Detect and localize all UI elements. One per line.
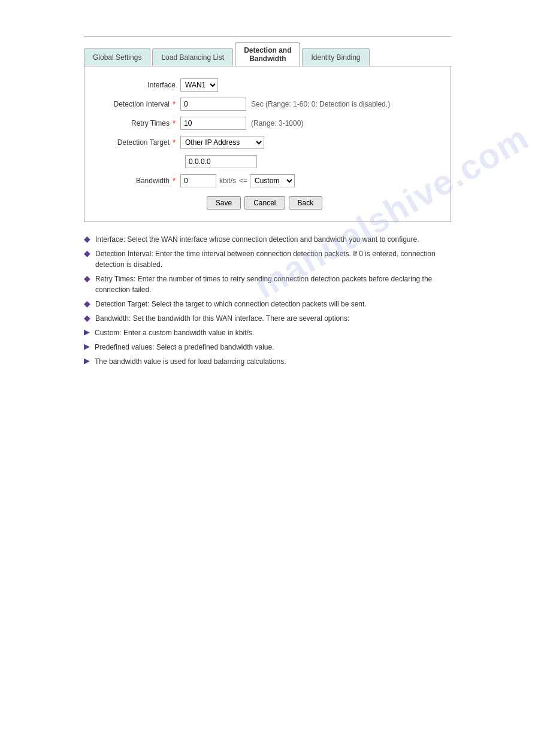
bullet-item: ▶Custom: Enter a custom bandwidth value … (84, 327, 451, 338)
retry-times-input[interactable] (180, 117, 246, 130)
required-star-bandwidth: * (173, 177, 176, 185)
bullet-text: Retry Times: Enter the number of times t… (95, 274, 451, 295)
top-divider (84, 36, 451, 37)
bullet-item: ◆Detection Target: Select the target to … (84, 299, 451, 309)
bullet-item: ◆Retry Times: Enter the number of times … (84, 274, 451, 295)
bullet-text: The bandwidth value is used for load bal… (95, 356, 451, 367)
required-star-retry: * (173, 119, 176, 127)
diamond-bullet-icon: ◆ (84, 274, 90, 283)
bullet-item: ▶Predefined values: Select a predefined … (84, 342, 451, 353)
bullet-section: ◆Interface: Select the WAN interface who… (84, 234, 451, 367)
diamond-bullet-icon: ◆ (84, 248, 90, 258)
bullet-text: Detection Interval: Enter the time inter… (95, 248, 451, 270)
bandwidth-row: Bandwidth * kbit/s <= Custom 1M 2M 5M 10… (96, 174, 433, 187)
diamond-bullet-icon: ◆ (84, 299, 90, 308)
retry-times-label: Retry Times * (96, 119, 180, 127)
bandwidth-custom-select[interactable]: Custom 1M 2M 5M 10M 100M (250, 174, 295, 187)
kbits-label: kbit/s (219, 177, 236, 185)
ip-address-row (96, 155, 433, 168)
bullet-text: Predefined values: Select a predefined b… (95, 342, 451, 353)
tab-detection-bandwidth[interactable]: Detection and Bandwidth (235, 42, 300, 66)
required-star-detection: * (173, 100, 176, 108)
detection-interval-label: Detection Interval * (96, 100, 180, 108)
detection-interval-hint: Sec (Range: 1-60; 0: Detection is disabl… (251, 100, 390, 108)
button-row: Save Cancel Back (96, 196, 433, 210)
detection-target-select[interactable]: Other IP Address Gateway DNS Server (180, 136, 264, 149)
tab-identity-binding[interactable]: Identity Binding (302, 48, 369, 66)
tab-global-settings[interactable]: Global Settings (84, 48, 150, 66)
diamond-bullet-icon: ◆ (84, 313, 90, 323)
bandwidth-label: Bandwidth * (96, 177, 180, 185)
detection-target-label: Detection Target * (96, 138, 180, 147)
cancel-button[interactable]: Cancel (244, 196, 285, 210)
form-container: Interface WAN1 WAN2 Detection Interval *… (84, 66, 451, 222)
detection-interval-input[interactable] (180, 98, 246, 111)
detection-interval-row: Detection Interval * Sec (Range: 1-60; 0… (96, 98, 433, 111)
bullet-item: ◆Interface: Select the WAN interface who… (84, 234, 451, 245)
bullet-item: ◆Detection Interval: Enter the time inte… (84, 248, 451, 270)
back-button[interactable]: Back (289, 196, 323, 210)
bullet-item: ▶The bandwidth value is used for load ba… (84, 356, 451, 367)
detection-target-row: Detection Target * Other IP Address Gate… (96, 136, 433, 149)
lte-label: <= (239, 177, 247, 185)
tab-load-balancing-list[interactable]: Load Balancing List (152, 48, 233, 66)
diamond-bullet-icon: ◆ (84, 234, 90, 244)
bullet-text: Detection Target: Select the target to w… (95, 299, 451, 309)
retry-times-row: Retry Times * (Range: 3-1000) (96, 117, 433, 130)
bullet-text: Bandwidth: Set the bandwidth for this WA… (95, 313, 451, 324)
bullet-text: Interface: Select the WAN interface whos… (95, 234, 451, 245)
tab-navigation: Global Settings Load Balancing List Dete… (84, 42, 451, 66)
bandwidth-input[interactable] (180, 174, 216, 187)
retry-times-hint: (Range: 3-1000) (251, 119, 303, 127)
arrow-bullet-icon: ▶ (84, 327, 90, 336)
interface-select[interactable]: WAN1 WAN2 (180, 78, 218, 92)
bullet-text: Custom: Enter a custom bandwidth value i… (95, 327, 451, 338)
arrow-bullet-icon: ▶ (84, 342, 90, 351)
arrow-bullet-icon: ▶ (84, 356, 90, 365)
ip-address-input[interactable] (185, 155, 257, 168)
interface-row: Interface WAN1 WAN2 (96, 78, 433, 92)
bullet-item: ◆Bandwidth: Set the bandwidth for this W… (84, 313, 451, 324)
interface-label: Interface (96, 81, 180, 89)
required-star-target: * (173, 138, 176, 147)
save-button[interactable]: Save (207, 196, 241, 210)
